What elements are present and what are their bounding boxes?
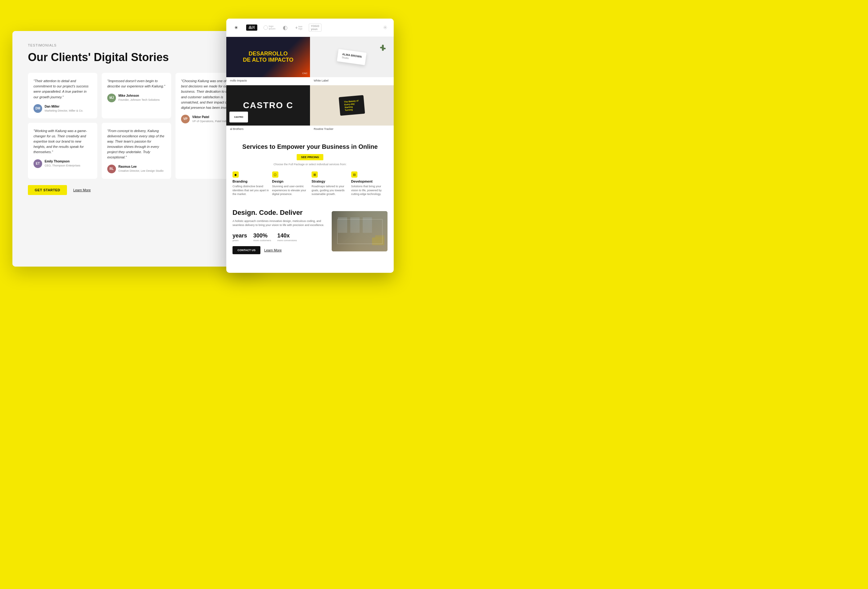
- stat-customers-label: more customers: [253, 239, 271, 242]
- contact-us-button[interactable]: CONTACT US: [232, 246, 260, 254]
- portfolio-item-3: CASTRO C CASTRO al Brothers: [226, 85, 310, 134]
- nav-plus-logo: + leanlogo: [295, 25, 302, 30]
- castro-text: CASTRO C: [243, 100, 293, 110]
- portfolio-img-2: ALMA BROWNStudio: [310, 37, 394, 77]
- left-browser-window: TESTIMONIALS Our Clients' Digital Storie…: [12, 31, 260, 267]
- author-name-1: Dan Miller: [45, 104, 83, 109]
- portfolio-img-4: The Beauty of Every-day Starting Turning: [310, 85, 394, 125]
- dcd-learn-more-link[interactable]: Learn More: [264, 248, 282, 252]
- stat-conversions: 140x more conversions: [277, 232, 297, 242]
- author-name-5: Rasmus Lee: [118, 164, 164, 169]
- book-visual: The Beauty of Every-day Starting Turning: [339, 95, 365, 116]
- nav-logo-area: ✳ 品川 logoipsum ◐ + leanlogo YOGOyoun: [232, 24, 322, 32]
- service-strategy: ⊞ Strategy Roadmaps tailored to your goa…: [311, 171, 348, 196]
- portfolio-item-4: The Beauty of Every-day Starting Turning…: [310, 85, 394, 134]
- service-development: ⊟ Development Solutions that bring your …: [351, 171, 388, 196]
- stat-years-label: years: [232, 239, 247, 242]
- stat-conversions-value: 140x: [277, 232, 297, 239]
- service-branding: ◆ Branding Crafting distinctive brand id…: [232, 171, 269, 196]
- author-info-4: Emily Thompson CEO, Thompson Enterprises: [45, 159, 80, 168]
- strategy-desc: Roadmaps tailored to your goals, guiding…: [311, 185, 348, 196]
- portfolio-label-1: rrollo Impacto: [226, 77, 310, 85]
- nav-brand-logo: 品川: [246, 25, 257, 31]
- cactus-decoration: [378, 43, 388, 52]
- svg-rect-8: [350, 217, 360, 233]
- svg-rect-10: [372, 238, 384, 245]
- portfolio-tag-1: CNC: [302, 72, 307, 75]
- services-grid: ◆ Branding Crafting distinctive brand id…: [232, 171, 388, 196]
- author-info-2: Mike Johnson Founder, Johnson Tech Solut…: [118, 93, 159, 102]
- portfolio-grid: DESARROLLODE ALTO IMPACTO CNC rrollo Imp…: [226, 37, 394, 134]
- dcd-left: Design. Code. Deliver A holistic approac…: [232, 209, 327, 254]
- author-title-1: Marketing Director, Miller & Co.: [45, 109, 83, 113]
- avatar-viktor: VP: [181, 115, 190, 123]
- testimonials-label: TESTIMONIALS: [28, 43, 245, 47]
- testimonials-grid: "Their attention to detail and commitmen…: [28, 73, 245, 179]
- right-browser-window: ✳ 品川 logoipsum ◐ + leanlogo YOGOyoun ✳ D…: [226, 19, 394, 273]
- portfolio-label-4: Routine Tracker: [310, 125, 394, 134]
- svg-line-6: [360, 230, 388, 251]
- branding-icon: ◆: [232, 171, 239, 178]
- testimonial-card-4: "Working with Kailung was a game-changer…: [28, 123, 97, 179]
- design-icon: ⬡: [272, 171, 278, 178]
- testimonial-author-4: ET Emily Thompson CEO, Thompson Enterpri…: [34, 159, 92, 168]
- design-desc: Stunning and user-centric experiences to…: [272, 185, 309, 196]
- testimonials-section: TESTIMONIALS Our Clients' Digital Storie…: [12, 31, 260, 267]
- avatar-dan: DM: [34, 104, 42, 113]
- author-info-1: Dan Miller Marketing Director, Miller & …: [45, 104, 83, 113]
- testimonial-quote-5: "From concept to delivery, Kailung deliv…: [107, 128, 165, 160]
- dcd-stats: years years 300% more customers 140x mor…: [232, 232, 327, 242]
- dcd-description: A holistic approach combines innovative …: [232, 219, 327, 227]
- avatar-mike: MJ: [107, 94, 116, 102]
- learn-more-link[interactable]: Learn More: [73, 188, 90, 192]
- dcd-title: Design. Code. Deliver: [232, 209, 327, 217]
- avatar-rasmus: RL: [107, 165, 116, 173]
- testimonials-cta-row: GET STARTED Learn More: [28, 185, 245, 195]
- stat-years-value: years: [232, 232, 247, 239]
- nav-asterisk-icon: ✳: [383, 24, 388, 31]
- services-subtitle: Choose the Full Package or select indivi…: [232, 163, 388, 166]
- svg-rect-1: [380, 47, 382, 48]
- portfolio-img-1: DESARROLLODE ALTO IMPACTO CNC: [226, 37, 310, 77]
- portfolio-img-3: CASTRO C CASTRO: [226, 85, 310, 125]
- branding-desc: Crafting distinctive brand identities th…: [232, 185, 269, 196]
- author-name-2: Mike Johnson: [118, 93, 159, 98]
- testimonial-author-1: DM Dan Miller Marketing Director, Miller…: [34, 104, 92, 113]
- design-title: Design: [272, 180, 309, 183]
- nav-moon-icon: ◐: [282, 24, 289, 31]
- development-desc: Solutions that bring your vision to life…: [351, 185, 388, 196]
- stat-conversions-label: more conversions: [277, 239, 297, 242]
- development-icon: ⊟: [351, 171, 357, 178]
- white-card-visual: ALMA BROWNStudio: [337, 49, 367, 65]
- testimonials-title: Our Clients' Digital Stories: [28, 51, 245, 63]
- nav-logo-globe: logoipsum: [264, 25, 275, 30]
- branding-title: Branding: [232, 180, 269, 183]
- testimonial-card-2: "Impressed doesn't even begin to describ…: [102, 73, 171, 118]
- development-title: Development: [351, 180, 388, 183]
- services-section: Services to Empower your Business in Onl…: [226, 134, 394, 202]
- svg-rect-7: [338, 217, 347, 233]
- svg-line-5: [332, 230, 360, 251]
- svg-rect-4: [332, 211, 388, 251]
- stat-customers-value: 300%: [253, 232, 271, 239]
- get-started-button[interactable]: GET STARTED: [28, 185, 67, 195]
- author-title-2: Founder, Johnson Tech Solutions: [118, 98, 159, 102]
- see-pricing-button[interactable]: SEE PRICING: [297, 154, 323, 160]
- testimonial-quote-2: "Impressed doesn't even begin to describ…: [107, 78, 165, 89]
- portfolio-item-2: ALMA BROWNStudio White Label: [310, 37, 394, 85]
- avatar-emily: ET: [34, 159, 42, 168]
- portfolio-label-3: al Brothers: [226, 125, 310, 134]
- svg-rect-9: [363, 217, 372, 233]
- nav-icons-right: ✳: [383, 24, 388, 31]
- testimonial-card-1: "Their attention to detail and commitmen…: [28, 73, 97, 118]
- testimonial-quote-4: "Working with Kailung was a game-changer…: [34, 128, 92, 155]
- business-card-dark: CASTRO: [229, 112, 248, 123]
- dcd-section: Design. Code. Deliver A holistic approac…: [226, 202, 394, 260]
- services-title: Services to Empower your Business in Onl…: [232, 143, 388, 151]
- stat-years: years years: [232, 232, 247, 242]
- svg-rect-3: [332, 211, 388, 251]
- author-info-5: Rasmus Lee Creative Director, Lee Design…: [118, 164, 164, 173]
- author-title-5: Creative Director, Lee Design Studio: [118, 169, 164, 173]
- portfolio-overlay-1: DESARROLLODE ALTO IMPACTO: [231, 51, 306, 63]
- testimonial-author-2: MJ Mike Johnson Founder, Johnson Tech So…: [107, 93, 165, 102]
